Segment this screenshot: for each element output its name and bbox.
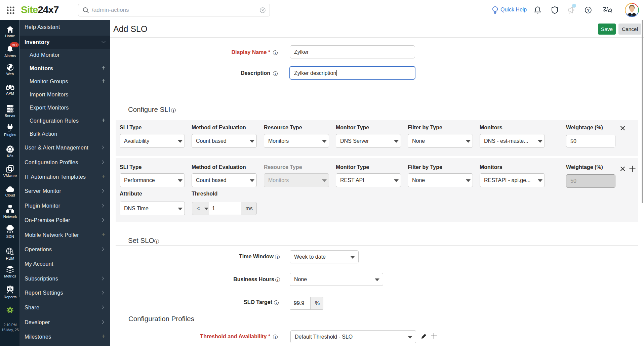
svg-text:?: ?: [587, 8, 590, 13]
